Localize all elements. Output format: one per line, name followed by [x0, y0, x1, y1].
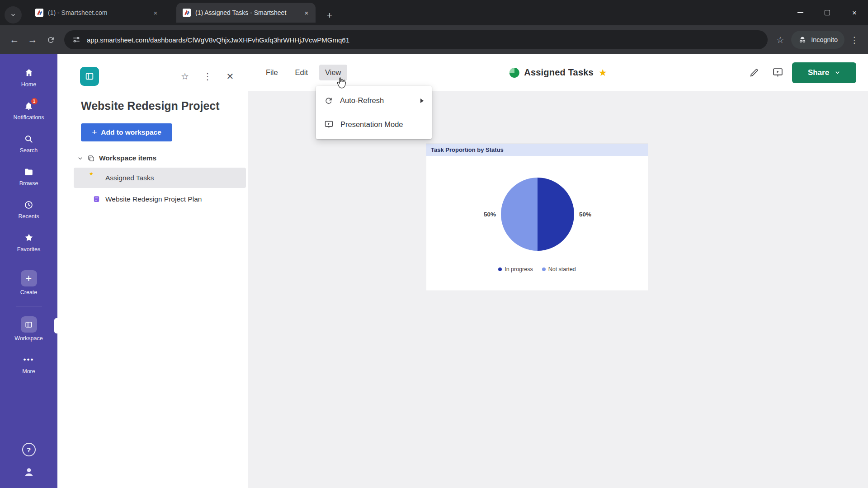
panel-kebab-button[interactable]: ⋮ — [202, 70, 213, 82]
smartsheet-favicon-icon — [35, 9, 43, 17]
site-info-icon[interactable] — [72, 36, 80, 44]
sidebar-item-recents[interactable]: Recents — [0, 195, 57, 223]
submenu-arrow-icon — [420, 99, 424, 103]
browser-titlebar: (1) - Smartsheet.com × (1) Assigned Task… — [0, 0, 868, 25]
favorite-star-button[interactable]: ☆ — [179, 70, 191, 82]
sidebar-item-browse[interactable]: Browse — [0, 162, 57, 190]
sidebar-item-label: Create — [20, 289, 38, 296]
incognito-badge: Incognito — [791, 31, 844, 49]
browser-menu-button[interactable]: ⋮ — [846, 31, 863, 49]
plus-icon: + — [92, 127, 97, 137]
sidebar-item-search[interactable]: Search — [0, 129, 57, 157]
dashboard-content: Task Proportion by Status 50% 50% In pro… — [248, 91, 868, 488]
add-to-workspace-button[interactable]: + Add to workspace — [81, 123, 172, 141]
sidebar-item-more[interactable]: ••• More — [0, 350, 57, 378]
dashboard-icon: ★ — [93, 174, 100, 182]
favorited-star-icon: ★ — [89, 171, 94, 177]
menu-item-auto-refresh[interactable]: Auto-Refresh — [316, 89, 432, 113]
mouse-cursor — [335, 77, 347, 89]
view-dropdown-menu: Auto-Refresh Presentation Mode — [316, 86, 432, 139]
tab-search-button[interactable] — [5, 6, 22, 23]
sheet-icon — [93, 195, 100, 203]
menu-item-label: Auto-Refresh — [340, 96, 384, 105]
add-to-workspace-label: Add to workspace — [101, 128, 161, 136]
sidebar-item-notifications[interactable]: 1 Notifications — [0, 96, 57, 124]
tab-title: (1) - Smartsheet.com — [48, 9, 146, 16]
sidebar-item-label: Search — [20, 147, 38, 154]
window-close-button[interactable]: × — [841, 0, 868, 25]
workspace-badge-icon — [80, 67, 99, 86]
chevron-down-icon — [835, 70, 840, 75]
presentation-mode-button[interactable] — [769, 64, 787, 82]
clock-icon — [23, 199, 35, 211]
smartsheet-left-rail: Home 1 Notifications Search Browse R — [0, 54, 57, 488]
tab-close-icon[interactable]: × — [151, 8, 160, 17]
window-minimize-button[interactable] — [787, 0, 814, 25]
browser-tab-active[interactable]: (1) Assigned Tasks - Smartsheet × — [176, 3, 316, 23]
smartsheet-favicon-icon — [183, 9, 191, 17]
legend-label: Not started — [548, 266, 576, 272]
refresh-icon — [324, 96, 333, 105]
workspace-item-label: Website Redesign Project Plan — [105, 195, 202, 203]
edit-pencil-button[interactable] — [745, 64, 763, 82]
incognito-label: Incognito — [811, 36, 838, 43]
menu-edit[interactable]: Edit — [289, 65, 314, 80]
sidebar-item-create[interactable]: + Create — [0, 267, 57, 299]
close-icon: × — [852, 9, 857, 17]
workspace-item-project-plan[interactable]: Website Redesign Project Plan — [74, 189, 246, 209]
share-button[interactable]: Share — [792, 62, 856, 83]
dashboard-icon — [509, 68, 519, 78]
workspace-panel: ☆ ⋮ ✕ Website Redesign Project + Add to … — [57, 54, 248, 488]
browser-tab-inactive[interactable]: (1) - Smartsheet.com × — [29, 3, 165, 23]
menu-file[interactable]: File — [260, 65, 284, 80]
notification-badge: 1 — [31, 98, 38, 105]
search-icon — [23, 133, 35, 145]
star-icon — [23, 232, 35, 244]
url-bar[interactable]: app.smartsheet.com/dashboards/CfWgV8vQhj… — [64, 30, 768, 49]
tab-title: (1) Assigned Tasks - Smartsheet — [195, 9, 297, 16]
sidebar-item-favorites[interactable]: Favorites — [0, 228, 57, 256]
bookmark-star-button[interactable]: ☆ — [771, 31, 789, 49]
legend-item: Not started — [542, 266, 576, 272]
workspace-title: Website Redesign Project — [57, 86, 248, 113]
rail-divider — [16, 306, 42, 306]
chart-legend: In progress Not started — [426, 266, 648, 272]
legend-label: In progress — [505, 266, 533, 272]
help-button[interactable]: ? — [22, 443, 36, 456]
reload-button[interactable] — [42, 31, 60, 49]
legend-item: In progress — [498, 266, 533, 272]
workspace-items-label: Workspace items — [99, 154, 156, 162]
sidebar-item-workspace[interactable]: Workspace — [0, 313, 57, 345]
sidebar-item-label: Notifications — [13, 114, 44, 121]
pie-chart — [501, 178, 574, 251]
folder-icon — [23, 166, 35, 178]
menu-item-presentation-mode[interactable]: Presentation Mode — [316, 113, 432, 136]
minimize-icon — [797, 12, 803, 13]
tab-close-icon[interactable]: × — [302, 8, 311, 17]
panel-close-button[interactable]: ✕ — [224, 70, 236, 82]
bell-icon: 1 — [23, 100, 35, 112]
more-dots-icon: ••• — [23, 354, 35, 366]
sidebar-item-label: More — [22, 368, 35, 375]
sidebar-item-label: Browse — [19, 180, 38, 187]
browser-navbar: ← → app.smartsheet.com/dashboards/CfWgV8… — [0, 25, 868, 54]
back-button[interactable]: ← — [5, 31, 24, 49]
presentation-icon — [772, 67, 783, 78]
maximize-icon — [825, 10, 830, 15]
sidebar-item-home[interactable]: Home — [0, 63, 57, 91]
account-icon[interactable] — [23, 466, 35, 478]
workspace-items-section[interactable]: Workspace items — [57, 154, 248, 162]
workspace-item-assigned-tasks[interactable]: ★ Assigned Tasks — [74, 168, 246, 188]
reload-icon — [47, 36, 55, 44]
sidebar-item-label: Workspace — [14, 335, 42, 342]
share-label: Share — [808, 68, 829, 77]
pencil-icon — [749, 68, 759, 78]
new-tab-button[interactable]: + — [322, 8, 337, 23]
pie-percent-label: 50% — [579, 211, 591, 218]
chevron-down-icon — [10, 12, 16, 18]
favorited-star-icon[interactable]: ★ — [599, 67, 607, 78]
forward-button[interactable]: → — [24, 31, 42, 49]
chart-widget[interactable]: Task Proportion by Status 50% 50% In pro… — [426, 144, 648, 291]
window-maximize-button[interactable] — [814, 0, 841, 25]
workspace-icon — [21, 316, 37, 333]
